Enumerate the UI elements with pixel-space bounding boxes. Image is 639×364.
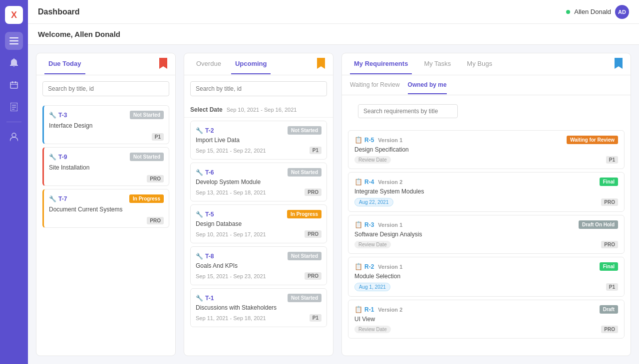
status-badge: Not Started (288, 126, 321, 135)
req-status-badge: Draft (600, 305, 618, 314)
requirements-panel: My Requirements My Tasks My Bugs Waiting… (341, 53, 631, 356)
req-title: Integrate System Modules (354, 188, 618, 195)
select-date-label: Select Date (190, 106, 223, 113)
requirements-search-container (342, 95, 631, 127)
task-id: 🔧 T-5 (196, 211, 214, 218)
svg-rect-3 (10, 82, 17, 88)
tab-due-today[interactable]: Due Today (44, 54, 85, 74)
user-avatar: AD (615, 5, 629, 19)
upcoming-task-card[interactable]: 🔧 T-2 Not Started Import Live Data Sep 1… (190, 121, 327, 160)
priority-badge: PRO (305, 188, 321, 196)
priority-badge: P1 (310, 147, 321, 154)
task-id: 🔧 T-8 (196, 253, 214, 260)
wrench-icon: 🔧 (49, 154, 56, 161)
task-title: Import Live Data (196, 137, 321, 144)
req-version: Version 1 (378, 264, 402, 270)
select-date-bar: Select Date Sep 10, 2021 - Sep 16, 2021 (184, 102, 333, 118)
doc-icon: 📋 (354, 306, 362, 313)
sub-tab-owned[interactable]: Owned by me (408, 76, 447, 94)
req-item[interactable]: 📋 R-4 Version 2 Final Integrate System M… (348, 172, 625, 212)
task-title: Discussions with Stakeholders (196, 304, 321, 311)
page-title: Dashboard (38, 7, 566, 16)
status-badge: Not Started (288, 168, 321, 177)
tab-my-requirements[interactable]: My Requirements (350, 54, 412, 74)
priority-badge: PRO (305, 230, 321, 238)
upcoming-task-card[interactable]: 🔧 T-8 Not Started Goals And KPIs Sep 15,… (190, 246, 327, 285)
req-title: Module Selection (354, 273, 618, 280)
requirements-list: 📋 R-5 Version 1 Waiting for Review Desig… (342, 127, 631, 356)
main-content: Dashboard Allen Donald AD Welcome, Allen… (28, 0, 639, 364)
task-id: 🔧 T-9 (49, 154, 67, 161)
req-date: Review Date (354, 156, 391, 164)
req-version: Version 2 (378, 307, 402, 313)
req-item[interactable]: 📋 R-5 Version 1 Waiting for Review Desig… (348, 130, 625, 169)
task-card[interactable]: 🔧 T-3 Not Started Interface Design P1 (42, 105, 169, 144)
user-online-indicator (566, 10, 570, 14)
content-area: Due Today 🔧 T-3 Not Started Interface De… (28, 45, 639, 364)
due-today-panel: Due Today 🔧 T-3 Not Started Interface De… (36, 53, 176, 356)
sidebar-divider (6, 122, 21, 122)
req-item[interactable]: 📋 R-3 Version 1 Draft On Hold Software D… (348, 215, 625, 254)
upcoming-task-card[interactable]: 🔧 T-6 Not Started Develop System Module … (190, 163, 327, 201)
task-date: Sep 11, 2021 - Sep 18, 2021 (196, 315, 266, 321)
req-version: Version 1 (378, 222, 402, 228)
upcoming-task-card[interactable]: 🔧 T-5 In Progress Design Database Sep 10… (190, 204, 327, 243)
upcoming-task-card[interactable]: 🔧 T-1 Not Started Discussions with Stake… (190, 288, 327, 327)
doc-icon: 📋 (354, 178, 362, 185)
sub-tab-waiting[interactable]: Waiting for Review (350, 76, 400, 94)
req-version: Version 2 (378, 179, 402, 185)
upcoming-panel: Overdue Upcoming Select Date Sep 10, 202… (184, 53, 333, 356)
sidebar-item-notifications[interactable] (5, 54, 23, 72)
req-version: Version 1 (378, 137, 402, 143)
svg-rect-0 (9, 37, 18, 38)
upcoming-tabs: Overdue Upcoming (184, 53, 333, 75)
wrench-icon: 🔧 (49, 112, 56, 119)
task-card[interactable]: 🔧 T-7 In Progress Document Current Syste… (42, 189, 169, 228)
tab-my-bugs[interactable]: My Bugs (463, 54, 496, 74)
app-logo[interactable]: X (5, 6, 23, 24)
status-badge: Not Started (130, 111, 164, 119)
task-card[interactable]: 🔧 T-9 Not Started Site Installation PRO (42, 147, 169, 186)
due-today-search[interactable] (42, 81, 169, 96)
task-title: Design Database (196, 220, 321, 227)
task-id: 🔧 T-6 (196, 169, 214, 176)
sidebar-item-menu[interactable] (5, 32, 23, 50)
sidebar-item-profile[interactable] (5, 128, 23, 146)
task-title: Interface Design (49, 122, 164, 129)
wrench-icon: 🔧 (196, 295, 203, 302)
task-date: Sep 13, 2021 - Sep 18, 2021 (196, 189, 266, 195)
task-date: Sep 15, 2021 - Sep 23, 2021 (196, 273, 266, 279)
req-status-badge: Draft On Hold (579, 220, 618, 229)
task-id: 🔧 T-3 (49, 112, 67, 119)
doc-icon: 📋 (354, 263, 362, 270)
user-name: Allen Donald (574, 8, 611, 15)
sidebar-item-docs[interactable] (5, 98, 23, 116)
doc-icon: 📋 (354, 136, 362, 144)
task-title: Goals And KPIs (196, 262, 321, 269)
task-id: 🔧 T-2 (196, 127, 214, 134)
requirements-sub-tabs: Waiting for Review Owned by me (342, 75, 631, 95)
priority-badge: P1 (606, 156, 618, 164)
req-date: Review Date (354, 241, 391, 248)
req-item[interactable]: 📋 R-1 Version 2 Draft UI View Review Dat… (348, 300, 625, 339)
req-item[interactable]: 📋 R-2 Version 1 Final Module Selection A… (348, 257, 625, 297)
sidebar-item-calendar[interactable] (5, 76, 23, 94)
tab-upcoming[interactable]: Upcoming (231, 54, 271, 74)
req-status-badge: Final (600, 178, 618, 186)
upcoming-search[interactable] (190, 81, 327, 96)
req-title: UI View (354, 316, 618, 323)
wrench-icon: 🔧 (196, 169, 203, 176)
doc-icon: 📋 (354, 221, 362, 228)
status-badge: In Progress (287, 210, 321, 218)
tab-overdue[interactable]: Overdue (192, 54, 225, 74)
status-badge: Not Started (130, 153, 164, 161)
req-date: Review Date (354, 326, 391, 333)
task-title: Site Installation (49, 164, 164, 171)
requirements-search[interactable] (358, 104, 458, 118)
priority-badge: P1 (310, 314, 321, 322)
due-today-bookmark (159, 58, 167, 71)
tab-my-tasks[interactable]: My Tasks (420, 54, 455, 74)
req-id: 📋 R-5 Version 1 (354, 136, 402, 144)
welcome-bar: Welcome, Allen Donald (28, 24, 639, 45)
priority-badge: PRO (147, 175, 164, 182)
